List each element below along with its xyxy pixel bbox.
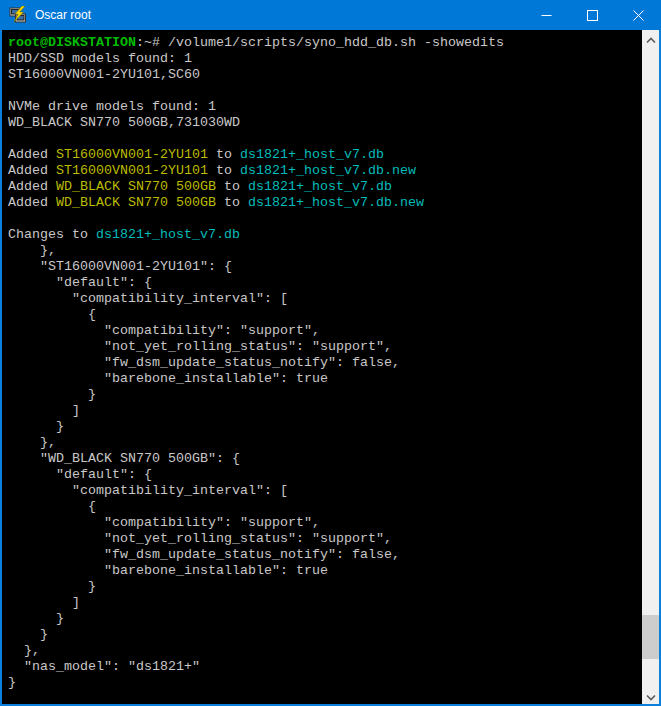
terminal-text-segment: "default": {: [8, 275, 152, 290]
terminal-line: ]: [8, 403, 642, 419]
window-title: Oscar root: [35, 8, 523, 22]
terminal-line: "barebone_installable": true: [8, 563, 642, 579]
terminal-text-segment: ]: [8, 403, 80, 418]
terminal-line: }: [8, 387, 642, 403]
close-icon: [633, 10, 644, 21]
window-controls: [523, 0, 661, 30]
terminal-line: "default": {: [8, 275, 642, 291]
terminal-line: Added ST16000VN001-2YU101 to ds1821+_hos…: [8, 163, 642, 179]
terminal-text-segment: }: [8, 387, 96, 402]
terminal-line: "compatibility": "support",: [8, 515, 642, 531]
maximize-icon: [587, 10, 598, 21]
scrollbar-thumb[interactable]: [642, 615, 659, 659]
terminal-line: "default": {: [8, 467, 642, 483]
terminal-text-segment: }: [8, 627, 48, 642]
terminal-text-segment: "fw_dsm_update_status_notify": false,: [8, 355, 400, 370]
terminal-line: },: [8, 243, 642, 259]
terminal-text-segment: root@DISKSTATION: [8, 35, 136, 50]
terminal-line: }: [8, 627, 642, 643]
terminal-text-segment: NVMe drive models found: 1: [8, 99, 216, 114]
terminal-line: }: [8, 611, 642, 627]
terminal-text-segment: "not_yet_rolling_status": "support",: [8, 531, 392, 546]
terminal-text-segment: "fw_dsm_update_status_notify": false,: [8, 547, 400, 562]
terminal-text-segment: to: [216, 195, 248, 210]
terminal-line: root@DISKSTATION:~# /volume1/scripts/syn…: [8, 35, 642, 51]
terminal-line: Added WD_BLACK SN770 500GB to ds1821+_ho…: [8, 179, 642, 195]
terminal-text-segment: },: [8, 643, 40, 658]
terminal-text-segment: Changes to: [8, 227, 96, 242]
terminal-line: HDD/SSD models found: 1: [8, 51, 642, 67]
terminal-line: "WD_BLACK SN770 500GB": {: [8, 451, 642, 467]
terminal-line: },: [8, 435, 642, 451]
scrollbar[interactable]: [642, 30, 659, 704]
terminal-text-segment: },: [8, 243, 56, 258]
terminal-text-segment: "compatibility": "support",: [8, 515, 320, 530]
terminal-text-segment: }: [8, 675, 16, 690]
terminal-line: [8, 211, 642, 227]
terminal-text-segment: Added: [8, 195, 56, 210]
terminal-text-segment: "compatibility_interval": [: [8, 483, 288, 498]
terminal-text-segment: {: [8, 499, 96, 514]
maximize-button[interactable]: [569, 0, 615, 30]
terminal-line: }: [8, 675, 642, 691]
terminal-line: {: [8, 499, 642, 515]
terminal-text-segment: }: [8, 579, 96, 594]
terminal-text-segment: "compatibility": "support",: [8, 323, 320, 338]
terminal-text-segment: }: [8, 419, 64, 434]
terminal-output[interactable]: root@DISKSTATION:~# /volume1/scripts/syn…: [2, 30, 642, 704]
terminal-text-segment: "barebone_installable": true: [8, 371, 328, 386]
terminal-line: "fw_dsm_update_status_notify": false,: [8, 355, 642, 371]
terminal-line: "nas_model": "ds1821+": [8, 659, 642, 675]
minimize-button[interactable]: [523, 0, 569, 30]
terminal-line: }: [8, 579, 642, 595]
terminal-text-segment: },: [8, 435, 56, 450]
scroll-up-button[interactable]: [642, 30, 659, 47]
terminal-line: WD_BLACK SN770 500GB,731030WD: [8, 115, 642, 131]
scroll-down-button[interactable]: [642, 687, 659, 704]
terminal-line: Changes to ds1821+_host_v7.db: [8, 227, 642, 243]
terminal-text-segment: WD_BLACK SN770 500GB: [56, 179, 216, 194]
terminal-line: "fw_dsm_update_status_notify": false,: [8, 547, 642, 563]
terminal-line: "barebone_installable": true: [8, 371, 642, 387]
minimize-icon: [541, 10, 552, 21]
terminal-text-segment: }: [8, 611, 64, 626]
terminal-text-segment: ds1821+_host_v7.db: [240, 147, 384, 162]
terminal-text-segment: ST16000VN001-2YU101: [56, 163, 208, 178]
terminal-text-segment: "ST16000VN001-2YU101": {: [8, 259, 232, 274]
terminal-text-segment: to: [208, 147, 240, 162]
terminal-line: "compatibility_interval": [: [8, 483, 642, 499]
terminal-text-segment: WD_BLACK SN770 500GB: [56, 195, 216, 210]
terminal-text-segment: Added: [8, 163, 56, 178]
titlebar[interactable]: Oscar root: [0, 0, 661, 30]
terminal-text-segment: ds1821+_host_v7.db.new: [248, 195, 424, 210]
terminal-text-segment: "default": {: [8, 467, 152, 482]
terminal-text-segment: Added: [8, 179, 56, 194]
terminal-line: }: [8, 419, 642, 435]
terminal-text-segment: to: [208, 163, 240, 178]
terminal-text-segment: :~# /volume1/scripts/syno_hdd_db.sh -sho…: [136, 35, 504, 50]
terminal-line: "compatibility_interval": [: [8, 291, 642, 307]
putty-icon[interactable]: [9, 6, 27, 24]
terminal-text-segment: ST16000VN001-2YU101: [56, 147, 208, 162]
terminal-text-segment: "WD_BLACK SN770 500GB": {: [8, 451, 240, 466]
terminal-line: "ST16000VN001-2YU101": {: [8, 259, 642, 275]
terminal-line: [8, 131, 642, 147]
terminal-line: [8, 83, 642, 99]
terminal-line: "not_yet_rolling_status": "support",: [8, 531, 642, 547]
terminal-line: NVMe drive models found: 1: [8, 99, 642, 115]
terminal-line: ST16000VN001-2YU101,SC60: [8, 67, 642, 83]
terminal-text-segment: ds1821+_host_v7.db.new: [240, 163, 416, 178]
terminal-line: "compatibility": "support",: [8, 323, 642, 339]
terminal-line: Added WD_BLACK SN770 500GB to ds1821+_ho…: [8, 195, 642, 211]
terminal-text-segment: WD_BLACK SN770 500GB,731030WD: [8, 115, 240, 130]
terminal-line: Added ST16000VN001-2YU101 to ds1821+_hos…: [8, 147, 642, 163]
window-border-left: [0, 30, 2, 706]
terminal-text-segment: Added: [8, 147, 56, 162]
close-button[interactable]: [615, 0, 661, 30]
terminal-text-segment: ds1821+_host_v7.db: [96, 227, 240, 242]
terminal-line: },: [8, 643, 642, 659]
terminal-text-segment: HDD/SSD models found: 1: [8, 51, 192, 66]
putty-window: Oscar root root@DISKSTATION:~# /volume1/…: [0, 0, 661, 706]
terminal-line: ]: [8, 595, 642, 611]
terminal-text-segment: ST16000VN001-2YU101,SC60: [8, 67, 200, 82]
